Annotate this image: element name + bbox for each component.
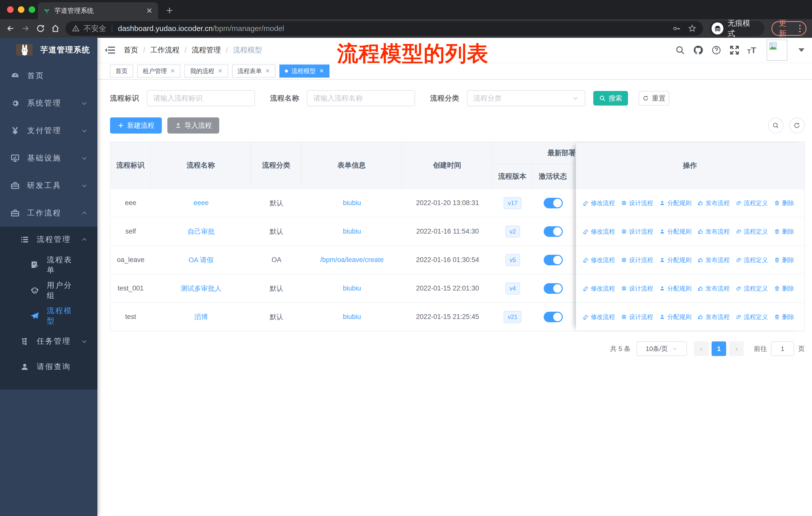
prev-page-button[interactable]: ‹	[694, 342, 708, 356]
github-icon[interactable]	[693, 45, 703, 55]
font-size-icon[interactable]: TT	[747, 45, 756, 55]
process-name-link[interactable]: eeee	[194, 199, 209, 207]
close-window-button[interactable]	[7, 6, 13, 13]
operation-link[interactable]: 设计流程	[621, 313, 653, 321]
help-icon[interactable]	[711, 45, 722, 55]
user-menu-caret-icon[interactable]	[799, 48, 805, 52]
next-page-button[interactable]: ›	[729, 342, 744, 356]
browser-tab[interactable]: 芋道管理系统 ✕	[38, 2, 158, 19]
process-name-link[interactable]: 测试多审批人	[181, 284, 222, 293]
browser-menu-icon[interactable]	[799, 25, 801, 32]
tag-item[interactable]: 流程表单 ✕	[232, 64, 276, 78]
operation-link[interactable]: 修改流程	[583, 199, 615, 207]
operation-link[interactable]: 分配规则	[659, 313, 691, 321]
operation-link[interactable]: 修改流程	[583, 313, 615, 321]
operation-link[interactable]: 删除	[774, 284, 794, 293]
sidebar-item[interactable]: 首页	[0, 62, 97, 89]
process-name-input[interactable]	[307, 90, 415, 106]
tab-close-icon[interactable]: ✕	[146, 6, 152, 15]
operation-link[interactable]: 流程定义	[736, 199, 768, 207]
active-toggle[interactable]	[544, 312, 563, 322]
process-name-link[interactable]: 滔博	[194, 313, 208, 322]
current-page-button[interactable]: 1	[712, 342, 726, 356]
tag-close-icon[interactable]: ✕	[265, 68, 270, 74]
process-category-select[interactable]: 流程分类	[467, 90, 585, 106]
tag-close-icon[interactable]: ✕	[218, 68, 222, 74]
sidebar-item[interactable]: 请假查询	[0, 354, 97, 379]
process-name-link[interactable]: 自己审批	[187, 227, 215, 236]
sidebar-item[interactable]: 流程模型	[0, 303, 97, 329]
operation-link[interactable]: 发布流程	[697, 313, 730, 321]
refresh-button[interactable]	[789, 118, 805, 133]
operation-link[interactable]: 分配规则	[659, 227, 691, 236]
tag-item[interactable]: 首页 ✕	[110, 64, 133, 78]
operation-link[interactable]: 删除	[774, 256, 794, 264]
tag-item[interactable]: 租户管理 ✕	[137, 64, 180, 78]
reload-icon[interactable]	[35, 23, 46, 33]
bookmark-star-icon[interactable]	[688, 24, 696, 33]
process-key-input[interactable]	[147, 90, 255, 106]
url-text[interactable]: dashboard.yudao.iocoder.cn/bpm/manager/m…	[118, 24, 284, 33]
operation-link[interactable]: 修改流程	[583, 284, 615, 293]
sidebar-item[interactable]: 流程表单	[0, 252, 97, 278]
operation-link[interactable]: 设计流程	[621, 199, 653, 207]
sidebar-collapse-icon[interactable]	[105, 45, 116, 55]
active-toggle[interactable]	[544, 255, 563, 265]
tag-item[interactable]: 流程模型 ✕	[280, 64, 329, 78]
operation-link[interactable]: 删除	[774, 313, 794, 321]
fullscreen-icon[interactable]	[729, 45, 740, 55]
operation-link[interactable]: 设计流程	[621, 256, 653, 264]
search-icon[interactable]	[675, 45, 686, 55]
tag-item[interactable]: 我的流程 ✕	[184, 64, 228, 78]
forward-icon[interactable]	[21, 23, 31, 33]
back-icon[interactable]	[5, 23, 16, 33]
reset-button[interactable]: 重置	[639, 91, 669, 106]
operation-link[interactable]: 流程定义	[736, 227, 768, 236]
tag-close-icon[interactable]: ✕	[319, 68, 324, 74]
goto-page-input[interactable]	[771, 342, 794, 356]
sidebar-item[interactable]: 用户分组	[0, 278, 97, 303]
active-toggle[interactable]	[544, 283, 563, 294]
url-bar[interactable]: 不安全 dashboard.yudao.iocoder.cn/bpm/manag…	[65, 21, 703, 36]
operation-link[interactable]: 分配规则	[659, 256, 691, 264]
operation-link[interactable]: 修改流程	[583, 227, 615, 236]
security-label[interactable]: 不安全	[84, 23, 106, 34]
page-size-select[interactable]: 10条/页	[637, 342, 687, 356]
import-process-button[interactable]: 导入流程	[167, 117, 219, 134]
operation-link[interactable]: 流程定义	[736, 284, 768, 293]
sidebar-item[interactable]: 工作流程	[0, 199, 97, 227]
password-key-icon[interactable]	[672, 24, 681, 33]
form-info-link[interactable]: biubiu	[343, 199, 361, 207]
search-button[interactable]: 搜索	[593, 91, 628, 106]
form-info-link[interactable]: biubiu	[343, 313, 361, 321]
operation-link[interactable]: 设计流程	[621, 284, 653, 293]
breadcrumb-process-mgmt[interactable]: 流程管理	[192, 45, 221, 55]
sidebar-item[interactable]: 研发工具	[0, 172, 97, 199]
form-info-link[interactable]: /bpm/oa/leave/create	[320, 256, 384, 264]
sidebar-item[interactable]: 基础设施	[0, 144, 97, 172]
operation-link[interactable]: 发布流程	[697, 284, 730, 293]
minimize-window-button[interactable]	[18, 6, 24, 13]
tag-close-icon[interactable]: ✕	[170, 68, 175, 74]
form-info-link[interactable]: biubiu	[343, 284, 361, 292]
sidebar-logo-row[interactable]: 芋道管理系统	[0, 38, 97, 62]
operation-link[interactable]: 发布流程	[697, 199, 730, 207]
home-icon[interactable]	[51, 23, 61, 33]
operation-link[interactable]: 分配规则	[659, 284, 691, 293]
operation-link[interactable]: 删除	[774, 199, 794, 207]
sidebar-item[interactable]: 任务管理	[0, 329, 97, 354]
operation-link[interactable]: 发布流程	[697, 227, 730, 236]
toggle-search-button[interactable]	[768, 118, 784, 133]
operation-link[interactable]: 删除	[774, 227, 794, 236]
create-process-button[interactable]: 新建流程	[110, 117, 162, 134]
breadcrumb-workflow[interactable]: 工作流程	[150, 45, 179, 55]
sidebar-item[interactable]: 支付管理	[0, 117, 97, 144]
active-toggle[interactable]	[544, 226, 563, 237]
active-toggle[interactable]	[544, 198, 563, 208]
breadcrumb-home[interactable]: 首页	[123, 45, 138, 55]
operation-link[interactable]: 修改流程	[583, 256, 615, 264]
update-button[interactable]: 更新	[779, 18, 794, 39]
operation-link[interactable]: 流程定义	[736, 256, 768, 264]
new-tab-button[interactable]: +	[166, 3, 173, 17]
operation-link[interactable]: 流程定义	[736, 313, 768, 321]
